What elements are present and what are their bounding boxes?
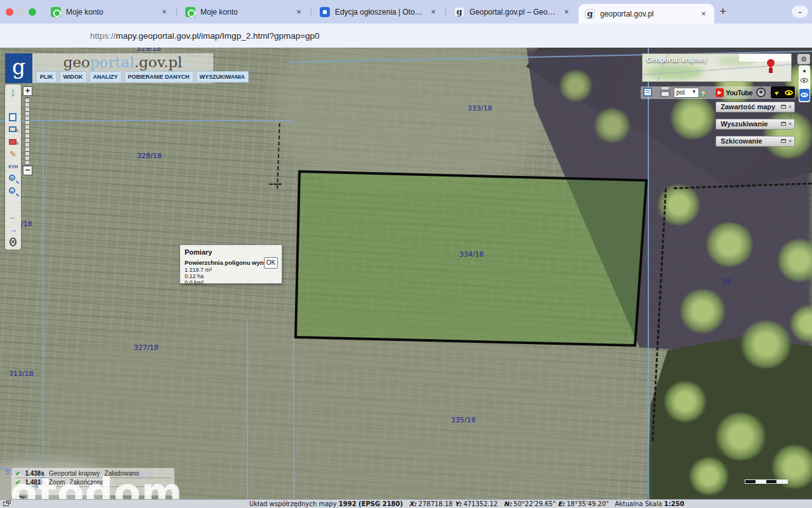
tab-title: geoportal.gov.pl [600, 10, 694, 18]
geoportal-wordmark: geoportal.gov.pl [32, 54, 213, 70]
youtube-button[interactable]: ▶ YouTube [716, 87, 752, 98]
header-toolbar: pol▼ ? ▶ YouTube ✳ ► [641, 86, 796, 99]
wcag-eye-button[interactable] [783, 86, 795, 98]
ok-button[interactable]: OK [264, 257, 278, 269]
menu-widok[interactable]: WIDOK [60, 71, 87, 83]
zoom-in-icon[interactable]: + [8, 174, 18, 184]
undock-window-icon[interactable] [781, 105, 786, 109]
settings-wheel-icon[interactable]: ✳ [756, 88, 766, 97]
panel-title: Zawartość mapy [721, 103, 775, 110]
history-icon[interactable] [8, 100, 18, 110]
panel-title: Szkicowanie [721, 137, 762, 145]
geoportal-menubar: PLIK WIDOK ANALIZY POBIERANIE DANYCH WYS… [32, 70, 213, 83]
tab-search-chevron-icon[interactable]: ⌄ [792, 6, 808, 18]
close-tab-icon[interactable]: × [699, 9, 708, 18]
otodom-icon [51, 7, 61, 17]
draw-area-icon[interactable]: ✎ [8, 137, 18, 147]
srs-prefix: Układ współrzędnych mapy [249, 500, 337, 507]
previous-view-icon[interactable]: ← [8, 211, 18, 222]
parcel-label: 334/18 [459, 250, 484, 258]
geoportal-icon: g [454, 7, 464, 17]
wcag-contrast-controls: ► [771, 86, 795, 98]
panel-zawartosc-mapy[interactable]: Zawartość mapy × ? [716, 102, 795, 112]
browser-tab-strip: Moje konto × Moje konto × Edycja ogłosze… [0, 0, 812, 23]
close-icon[interactable]: × [789, 119, 792, 129]
minimap-label: Geoportal krajowy [646, 56, 707, 64]
tab-geoportal-inactive[interactable]: g Geoportal.gov.pl – Geoportal × [448, 0, 577, 23]
otodom-icon [185, 7, 195, 17]
menu-plik[interactable]: PLIK [36, 71, 57, 83]
eye-icon [785, 90, 793, 95]
menu-analizy[interactable]: ANALIZY [89, 71, 122, 83]
tab-geoportal-active[interactable]: g geoportal.gov.pl × [579, 4, 714, 23]
tab-moje-konto-2[interactable]: Moje konto × [179, 0, 310, 23]
coord-e: 18°35'49.20" [566, 500, 608, 507]
panel-szkicowanie[interactable]: Szkicowanie × [716, 136, 795, 147]
geoportal-icon: g [585, 9, 595, 19]
close-icon[interactable]: × [789, 137, 792, 146]
font-size-button[interactable] [803, 70, 806, 72]
panel-gear-button[interactable]: ⚙ [797, 54, 810, 64]
zoom-slider[interactable] [25, 97, 30, 166]
next-view-icon[interactable]: → [8, 224, 18, 234]
tab-title: Edycja ogłoszenia | Otodom. [335, 8, 424, 17]
window-icon[interactable] [3, 502, 9, 506]
browser-toolbar: ← → ⟳ https://mapy.geoportal.gov.pl/imap… [0, 23, 812, 48]
tab-edycja-ogloszenia[interactable]: Edycja ogłoszenia | Otodom. × [313, 0, 444, 23]
parcel-label: 19 [722, 277, 731, 286]
parcel-label: 313/18 [9, 370, 34, 378]
tab-moje-konto-1[interactable]: Moje konto × [44, 0, 175, 23]
coordinates-xyh-icon[interactable]: XYH [8, 162, 18, 172]
measure-pencil-icon[interactable]: ✎ [8, 149, 18, 159]
contrast-eye-active-button[interactable] [799, 89, 809, 101]
area-m2: 1 219.7 m² [185, 267, 277, 273]
panel-wyszukiwanie[interactable]: Wyszukiwanie × [716, 119, 795, 130]
popup-title: Pomiary [185, 248, 277, 256]
geoportal-logo[interactable]: g [5, 53, 32, 83]
close-tab-icon[interactable]: × [562, 7, 571, 17]
map-canvas[interactable]: 329/18 333/18 328/18 /18 334/18 19 327/1… [0, 48, 812, 499]
new-tab-button[interactable]: + [719, 4, 726, 18]
wcag-cursor-button[interactable]: ► [771, 86, 783, 98]
parcel-label: 327/18 [134, 344, 159, 352]
close-window-button[interactable] [6, 8, 13, 16]
select-area-icon[interactable]: ✎ [8, 124, 18, 135]
panel-title: Wyszukiwanie [721, 120, 768, 128]
language-select[interactable]: pol▼ [674, 88, 699, 98]
parcel-label: /18 [21, 220, 32, 228]
parcel-label: 328/18 [137, 152, 162, 160]
help-icon[interactable]: ? [701, 88, 705, 99]
contrast-eye-button[interactable] [801, 78, 808, 83]
scale-value: 1:250 [664, 500, 684, 507]
youtube-play-icon: ▶ [716, 88, 724, 97]
undock-window-icon[interactable] [781, 122, 786, 126]
area-km2: 0.0 km² [185, 280, 277, 286]
full-extent-globe-icon[interactable] [8, 199, 18, 210]
zoom-out-icon[interactable]: − [8, 187, 18, 197]
print-icon[interactable] [660, 89, 671, 97]
menu-wyszukiwania[interactable]: WYSZUKIWANIA [196, 71, 249, 83]
close-tab-icon[interactable]: × [429, 7, 438, 17]
zoom-out-button[interactable]: − [23, 166, 32, 175]
undock-window-icon[interactable] [781, 139, 786, 143]
close-tab-icon[interactable]: × [294, 7, 303, 17]
accessibility-strip [799, 65, 810, 102]
zoom-in-button[interactable]: + [23, 86, 32, 96]
overview-minimap[interactable]: Geoportal krajowy [642, 53, 792, 82]
close-tab-icon[interactable]: × [160, 7, 169, 17]
area-ha: 0.12 ha [185, 274, 277, 279]
close-icon[interactable]: × [789, 102, 792, 112]
legend-icon[interactable] [8, 112, 18, 123]
menu-pobieranie-danych[interactable]: POBIERANIE DANYCH [124, 71, 193, 83]
srs-value: 1992 (EPSG 2180) [339, 500, 403, 507]
tab-title: Geoportal.gov.pl – Geoportal [469, 8, 557, 17]
coord-x: 278718.18 [419, 500, 453, 507]
map-tools-panel: i ✎ ✎ ✎ XYH + − ← → ✕ [5, 84, 21, 250]
minimize-window-button[interactable] [17, 8, 25, 16]
address-bar[interactable]: https://mapy.geoportal.gov.pl/imap/Imgp_… [90, 23, 320, 48]
info-icon[interactable]: i [8, 88, 18, 98]
zoom-window-button[interactable] [29, 8, 36, 16]
close-tools-icon[interactable]: ✕ [8, 236, 18, 246]
measured-polygon[interactable] [0, 48, 812, 499]
legend-icon[interactable] [643, 88, 652, 97]
